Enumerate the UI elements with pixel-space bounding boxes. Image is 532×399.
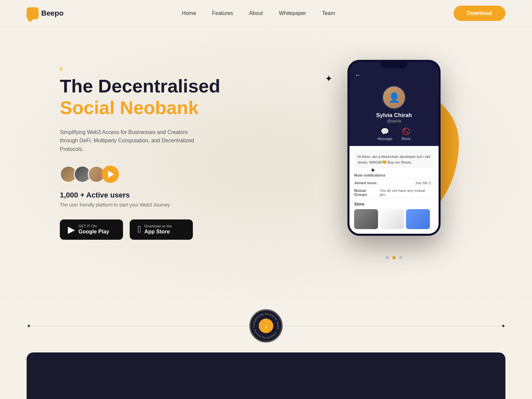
logo: Beepo [27,7,64,19]
hero-subtitle: Simplifying Web3 Access for Businesses a… [60,128,200,154]
profile-name: Sylvia Chirah [376,112,412,119]
block-action: 🚫 Block [402,127,411,141]
message-label: Message [377,137,392,141]
back-arrow-icon: ← [355,72,361,79]
nav-item-home[interactable]: Home [182,10,196,16]
google-play-main: Google Play [78,228,109,235]
nav-item-about[interactable]: About [249,10,263,16]
dot-3[interactable] [399,256,402,259]
dot-2[interactable] [392,256,396,259]
mutual-value: You do not have any mutual gro... [380,189,434,197]
svg-text:simplifying access to web3 · s: simplifying access to web3 · simplifying… [251,311,280,339]
dot-1[interactable] [386,256,389,259]
phone-bio: Hi there, am a blockchain developer but … [354,151,434,168]
phone-body: Hi there, am a blockchain developer but … [349,146,439,234]
divider-star-right: ✦ [501,323,505,329]
phone-profile-area: 👤 Sylvia Chirah @sylvia 💬 Message 🚫 Bloc… [349,82,439,146]
message-action: 💬 Message [377,127,392,141]
phone-notch [381,62,407,68]
divider-badge: simplifying access to web3 · simplifying… [249,309,283,342]
message-icon: 💬 [381,127,389,135]
navbar: Beepo Home Features About Whitepaper Tea… [0,0,532,27]
active-users-subtitle: The user friendly platform to start your… [60,202,283,207]
phone-mockup: ← 👤 Sylvia Chirah @sylvia 💬 Message 🚫 Bl… [347,60,441,236]
divider-star-left: ✦ [27,323,31,329]
store-buttons: ▶ GET IT ON Google Play  Download on th… [60,219,283,240]
star-decoration-top: ✦ [325,73,332,84]
circular-text-svg: simplifying access to web3 · simplifying… [251,311,281,341]
google-play-icon: ▶ [68,224,75,235]
nav-item-features[interactable]: Features [212,10,233,16]
nav-item-whitepaper[interactable]: Whitepaper [279,10,306,16]
nav-links: Home Features About Whitepaper Team [182,10,335,16]
active-users-count: 1,000 + Active users [60,191,283,200]
app-store-main: App Store [144,228,172,235]
app-store-top: Download on the [144,224,172,228]
hero-f-label: F [60,66,283,72]
mutual-label: Mutual Groups [354,189,380,197]
hero-left: F The Decentralised Social Neobank Simpl… [60,53,283,240]
logo-text: Beepo [41,9,64,18]
google-play-button[interactable]: ▶ GET IT ON Google Play [60,219,123,240]
hero-avatars [60,166,283,183]
nav-link-team[interactable]: Team [322,10,335,16]
star-decoration-bottom: ✦ [370,166,376,174]
nav-download-button[interactable]: Download [454,6,505,21]
play-button[interactable] [102,166,119,183]
phone-shoes-grid [354,209,434,229]
divider-section: ✦ ✦ simplifying access to web3 · simplif… [0,299,532,352]
google-play-text: GET IT ON Google Play [78,224,109,235]
nav-link-home[interactable]: Home [182,10,196,16]
nav-link-features[interactable]: Features [212,10,233,16]
hero-right: ✦ ✦ ← 👤 Sylvia Chirah @sylvia 💬 Message [283,53,505,253]
joined-label: Joined since: [354,181,377,185]
nav-link-about[interactable]: About [249,10,263,16]
phone-mute-row: Mute notifications [354,172,434,179]
block-icon: 🚫 [402,127,410,135]
store-section-title: Store [354,202,434,206]
block-label: Block [402,137,411,141]
logo-icon [27,7,39,19]
phone-joined-row: Joined since: July 6th 2... [354,179,434,187]
phone-header: ← [349,68,439,82]
profile-handle: @sylvia [387,119,401,123]
google-play-top: GET IT ON [78,224,109,228]
app-store-button[interactable]:  Download on the App Store [130,219,193,240]
phone-mutual-row: Mutual Groups You do not have any mutual… [354,187,434,199]
hero-title-line1: The Decentralised [60,76,283,96]
nav-link-whitepaper[interactable]: Whitepaper [279,10,306,16]
profile-actions: 💬 Message 🚫 Block [377,127,411,141]
nav-item-team[interactable]: Team [322,10,335,16]
hero-section: F The Decentralised Social Neobank Simpl… [0,27,532,299]
phone-avatar: 👤 [382,85,406,109]
carousel-dots [386,256,402,259]
joined-date: July 6th 2... [415,181,434,185]
apple-icon:  [138,224,141,235]
bottom-dark-section [27,352,505,399]
hero-title-line2: Social Neobank [60,96,283,119]
app-store-text: Download on the App Store [144,224,172,235]
shoe-thumb-3 [406,209,430,229]
shoe-thumb-2 [380,209,404,229]
shoe-thumb-1 [354,209,378,229]
